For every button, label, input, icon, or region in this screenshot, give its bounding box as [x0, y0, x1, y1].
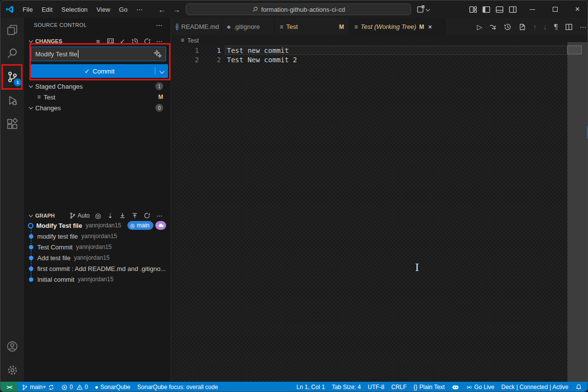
encoding-item[interactable]: UTF-8 — [365, 382, 388, 392]
status-bar: >< main+ 0 0 ● SonarQube SonarQube focus… — [0, 382, 588, 392]
commit-dot-icon — [29, 277, 33, 282]
chevron-down-icon[interactable] — [426, 7, 430, 11]
previous-change-icon[interactable]: ↑ — [533, 23, 537, 31]
deck-status-item[interactable]: Deck | Connected | Active — [498, 382, 572, 392]
nav-forward-icon[interactable]: → — [173, 0, 180, 18]
tab-test-working-tree[interactable]: ≡ Test (Working Tree) M × — [349, 18, 445, 35]
next-change-icon[interactable]: ↓ — [543, 23, 547, 31]
open-file-icon[interactable] — [518, 23, 526, 31]
commit-author: yannjordan15 — [86, 222, 122, 229]
breadcrumb[interactable]: ≡ Test — [171, 35, 588, 45]
push-icon[interactable] — [131, 212, 139, 220]
target-icon[interactable]: ◎ — [94, 212, 102, 220]
branch-main-badge[interactable]: ◎ main — [127, 221, 153, 230]
editor-more-icon[interactable]: ⋯ — [580, 23, 587, 31]
diff-editor[interactable]: 1 1 Test new commit 2 2 Test New commit … — [171, 45, 567, 382]
window-minimize-button[interactable] — [521, 0, 543, 18]
file-icon: ≡ — [181, 37, 184, 44]
remote-indicator[interactable]: >< — [0, 382, 18, 392]
sonarqube-focus-item[interactable]: SonarQube focus: overall code — [134, 382, 221, 392]
fetch-icon[interactable] — [119, 212, 126, 220]
whitespace-icon[interactable]: ¶ — [554, 23, 558, 31]
graph-commit-row[interactable]: modify test file yannjordan15 — [24, 231, 171, 242]
go-live-item[interactable]: Go Live — [463, 382, 498, 392]
command-center-search[interactable]: formation-github-actions-ci-cd — [186, 3, 411, 15]
activity-extensions-icon[interactable] — [0, 112, 24, 136]
old-line-number: 1 — [171, 47, 199, 54]
activity-search-icon[interactable] — [0, 42, 24, 65]
pull-icon[interactable]: ⇣ — [106, 212, 114, 220]
cursor-position-item[interactable]: Ln 1, Col 1 — [293, 382, 328, 392]
menu-go[interactable]: Go — [115, 3, 132, 15]
split-editor-icon[interactable] — [565, 23, 573, 31]
graph-section-header[interactable]: GRAPH Auto ◎ ⇣ ⋯ — [24, 210, 171, 221]
graph-auto-label: Auto — [77, 212, 90, 219]
graph-commit-row[interactable]: first commit : Add README.md and .gitign… — [24, 263, 171, 274]
eol-item[interactable]: CRLF — [388, 382, 410, 392]
modified-badge: M — [158, 94, 163, 100]
branch-icon — [22, 384, 28, 391]
vscode-window: File Edit Selection View Go ⋯ ← → format… — [0, 0, 588, 392]
cloud-badge[interactable] — [155, 221, 166, 230]
graph-commit-row[interactable]: Test Commit yannjordan15 — [24, 242, 171, 252]
graph-commit-row[interactable]: Initial commit yannjordan15 — [24, 274, 171, 285]
tab-gitignore[interactable]: ◆ .gitignore — [222, 18, 275, 35]
tab-test[interactable]: ≡ Test M — [275, 18, 349, 35]
activity-run-debug-icon[interactable] — [0, 89, 24, 112]
indentation-item[interactable]: Tab Size: 4 — [328, 382, 364, 392]
timeline-icon[interactable] — [504, 23, 512, 31]
scrollbar-slider[interactable] — [567, 46, 582, 54]
customize-layout-icon[interactable] — [469, 5, 477, 14]
file-icon: ≡ — [354, 24, 358, 30]
nav-back-icon[interactable]: ← — [158, 0, 166, 18]
staged-file-row[interactable]: ≡ Test M — [24, 92, 171, 102]
line-number: 2 — [199, 56, 221, 64]
tab-label: README.md — [181, 23, 219, 30]
inline-view-icon[interactable] — [489, 23, 497, 31]
titlebar-action-icon[interactable] — [416, 5, 425, 13]
dot-icon: ● — [95, 384, 98, 391]
menu-view[interactable]: View — [92, 3, 115, 15]
menu-more[interactable]: ⋯ — [132, 3, 147, 15]
panel-more-icon[interactable]: ⋯ — [156, 21, 163, 29]
run-file-icon[interactable]: ▷ — [477, 23, 482, 31]
code-text: Test New commit 2 — [227, 56, 297, 64]
menu-edit[interactable]: Edit — [37, 3, 57, 15]
menu-selection[interactable]: Selection — [57, 3, 92, 15]
activity-explorer-icon[interactable] — [0, 18, 24, 42]
toggle-sidebar-icon[interactable] — [482, 5, 490, 14]
tab-label: Test — [286, 23, 298, 30]
settings-gear-icon[interactable] — [0, 358, 24, 382]
commit-dot-icon — [29, 256, 33, 260]
sonarqube-status-item[interactable]: ● SonarQube — [91, 382, 134, 392]
graph-more-icon[interactable]: ⋯ — [155, 212, 163, 220]
language-mode-item[interactable]: {} Plain Text — [410, 382, 448, 392]
accounts-icon[interactable] — [0, 335, 24, 358]
problems-status-item[interactable]: 0 0 — [58, 382, 91, 392]
commit-dot-icon — [28, 223, 33, 228]
changes-row[interactable]: Changes 0 — [24, 102, 171, 113]
tab-readme[interactable]: i README.md — [171, 18, 222, 35]
close-icon[interactable]: × — [428, 23, 432, 31]
notifications-bell-icon[interactable] — [572, 382, 586, 392]
warning-count: 0 — [85, 384, 88, 391]
staged-changes-row[interactable]: Staged Changes 1 — [24, 81, 171, 92]
chevron-down-icon — [29, 213, 33, 217]
graph-branch-auto[interactable]: Auto — [69, 212, 90, 219]
graph-commit-row[interactable]: Modify Test file yannjordan15 ◎ main — [24, 220, 171, 231]
vscode-logo-icon — [5, 5, 14, 14]
graph-refresh-icon[interactable] — [143, 212, 151, 220]
braces-icon: {} — [414, 384, 417, 391]
copilot-icon[interactable] — [448, 382, 463, 392]
toggle-secondary-sidebar-icon[interactable] — [509, 5, 517, 14]
branch-status-item[interactable]: main+ — [18, 382, 58, 392]
editor-group: i README.md ◆ .gitignore ≡ Test M ≡ Test… — [171, 18, 588, 382]
scrollbar-track[interactable] — [567, 42, 588, 382]
window-close-button[interactable]: × — [566, 0, 588, 18]
toggle-panel-icon[interactable] — [495, 5, 504, 14]
menu-file[interactable]: File — [18, 3, 37, 15]
commit-author: yannjordan15 — [74, 254, 110, 261]
graph-commit-row[interactable]: Add test file yannjordan15 — [24, 252, 171, 263]
target-icon: ◎ — [130, 222, 135, 229]
window-maximize-button[interactable] — [544, 0, 566, 18]
